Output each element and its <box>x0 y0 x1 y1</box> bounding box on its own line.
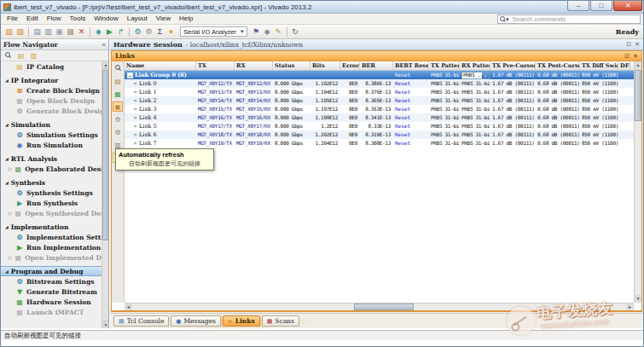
cell-bert_reset[interactable]: Reset <box>393 130 429 139</box>
collapse-sidebar-icon[interactable]: « <box>102 41 106 49</box>
close-links-icon[interactable]: ✕ <box>633 53 638 60</box>
link-row-4[interactable]: ∞Link 4MGT_X0Y16/TXMGT_X0Y16/RX8.000 Gbp… <box>125 113 634 122</box>
link-row-0[interactable]: ∞Link 0MGT_X0Y12/TXMGT_X0Y12/RX8.000 Gbp… <box>125 79 634 88</box>
run-icon[interactable]: ▶ <box>104 26 115 38</box>
vscroll-thumb[interactable] <box>635 70 641 121</box>
sidebar-item-synthesis-settings[interactable]: ⚙Synthesis Settings <box>1 188 102 198</box>
menu-edit[interactable]: Edit <box>22 14 43 24</box>
settings-icon[interactable]: ⚙ <box>143 26 154 38</box>
copy-icon[interactable]: ▣ <box>54 26 65 38</box>
menu-flow[interactable]: Flow <box>43 14 66 24</box>
link-properties-icon[interactable]: ▤ <box>113 76 123 86</box>
sidebar-item-run-implementation[interactable]: ▶Run Implementation <box>1 242 102 252</box>
expand-arrow-icon[interactable]: ▷ <box>9 211 12 216</box>
column-header-tx_pre_cursor[interactable]: TX Pre-Cursor <box>490 61 536 70</box>
sidebar-item-implementation-settings[interactable]: ⚙Implementation Settings <box>1 232 102 242</box>
link-row-5[interactable]: ∞Link 5MGT_X0Y17/TXMGT_X0Y17/RX8.000 Gbp… <box>125 122 634 130</box>
column-header-tx[interactable]: TX <box>196 61 235 70</box>
flow-doc-icon[interactable]: ▤ <box>16 51 26 61</box>
collapse-group-icon[interactable]: – <box>127 72 133 78</box>
expand-arrow-icon[interactable]: ▷ <box>9 166 12 171</box>
elaborate-icon[interactable]: ◈ <box>93 26 104 38</box>
menu-file[interactable]: File <box>3 14 22 24</box>
menu-window[interactable]: Window <box>90 14 122 24</box>
sidebar-item-create-block-design[interactable]: ⊞Create Block Design <box>1 85 102 95</box>
table-vertical-scrollbar[interactable]: ▲ ▼ <box>634 61 641 303</box>
column-header-tx_pattern[interactable]: TX Pattern <box>429 61 460 70</box>
sidebar-item-bitstream-settings[interactable]: ⚙Bitstream Settings <box>1 276 102 286</box>
sidebar-item-generate-bitstream[interactable]: ▼Generate Bitstream <box>1 286 102 297</box>
sidebar-item-hardware-session[interactable]: ▦Hardware Session <box>1 297 102 307</box>
save-icon[interactable]: ▥ <box>43 26 54 38</box>
maximize-button[interactable]: □ <box>590 1 612 11</box>
column-header-status[interactable]: Status <box>273 61 310 70</box>
search-commands-box[interactable]: ▾ Search commands <box>497 14 641 24</box>
step-icon[interactable]: ↱ <box>115 26 126 38</box>
minimize-button[interactable]: – <box>567 1 589 11</box>
delete-icon[interactable]: ✕ <box>76 26 87 38</box>
sidebar-section-simulation[interactable]: ◢Simulation <box>1 119 102 130</box>
cell-bert_reset[interactable]: Reset <box>393 79 429 88</box>
chevron-down-icon[interactable]: ▾ <box>482 72 489 78</box>
sidebar-item-open-elaborated-design[interactable]: ▷▦Open Elaborated Design <box>1 164 102 174</box>
float-panel-icon[interactable]: ⊡ <box>626 41 631 48</box>
column-header-ber[interactable]: BER <box>360 61 393 70</box>
timer-icon[interactable]: ● <box>165 26 177 38</box>
new-project-icon[interactable]: ▨ <box>3 26 15 38</box>
link-settings-icon[interactable]: ⚙ <box>113 127 123 137</box>
scroll-down-icon[interactable]: ▼ <box>635 295 641 303</box>
close-button[interactable]: ✕ <box>613 1 642 11</box>
link-group-icon[interactable]: ▣ <box>113 101 123 112</box>
cell-bert_reset[interactable]: Reset <box>393 88 429 96</box>
sidebar-item-run-synthesis[interactable]: ▶Run Synthesis <box>1 198 102 208</box>
cell-bert_reset[interactable]: Reset <box>393 113 429 122</box>
column-header-dfe[interactable]: DFE En <box>618 61 630 70</box>
hscroll-thumb[interactable] <box>354 304 414 310</box>
link-row-1[interactable]: ∞Link 1MGT_X0Y13/TXMGT_X0Y13/RX8.000 Gbp… <box>125 88 634 96</box>
column-header-name[interactable]: Name <box>125 61 196 70</box>
tab-links[interactable]: ∞Links <box>223 315 260 327</box>
search-links-icon[interactable] <box>113 63 123 73</box>
flag-icon[interactable]: ⚑ <box>251 26 262 38</box>
column-header-rx[interactable]: RX <box>235 61 273 70</box>
menu-tools[interactable]: Tools <box>66 14 90 24</box>
paste-icon[interactable]: ▩ <box>65 26 76 38</box>
scroll-up-icon[interactable]: ▲ <box>635 61 641 69</box>
scroll-up-icon[interactable]: ▲ <box>102 61 109 69</box>
cell-bert_reset[interactable]: Reset <box>393 105 429 113</box>
cell-bert_reset[interactable]: Reset <box>393 139 429 147</box>
sidebar-section-implementation[interactable]: ◢Implementation <box>1 222 102 232</box>
float-links-icon[interactable]: ⊡ <box>624 53 629 60</box>
cell-bert_reset[interactable]: Reset <box>393 96 429 105</box>
link-row-3[interactable]: ∞Link 3MGT_X0Y15/TXMGT_X0Y15/RX8.000 Gbp… <box>125 105 634 113</box>
menu-view[interactable]: View <box>152 14 175 24</box>
scroll-left-icon[interactable]: ◄ <box>125 304 132 310</box>
cell-bert_reset[interactable]: Reset <box>393 122 429 130</box>
sidebar-scroll-thumb[interactable] <box>102 70 109 240</box>
sidebar-section-program-and-debug[interactable]: ◢Program and Debug <box>1 266 102 276</box>
column-header-errors[interactable]: Errors <box>340 61 360 70</box>
expand-arrow-icon[interactable]: ▷ <box>9 255 12 260</box>
analyzer-dropdown[interactable]: Serial I/O Analyzer ▾ <box>180 26 247 37</box>
tab-tcl-console[interactable]: ▤Tcl Console <box>113 315 169 327</box>
sidebar-item-ip-catalog[interactable]: ▤IP Catalog <box>1 61 102 72</box>
sidebar-item-simulation-settings[interactable]: ⚙Simulation Settings <box>1 130 102 140</box>
layout-diamond-icon[interactable]: ◆ <box>262 26 273 38</box>
sidebar-section-rtl-analysis[interactable]: ◢RTL Analysis <box>1 153 102 164</box>
sidebar-item-run-simulation[interactable]: ◉Run Simulation <box>1 140 102 150</box>
table-horizontal-scrollbar[interactable]: ◄ ► <box>125 303 634 310</box>
sidebar-scrollbar[interactable]: ▲ ▼ <box>102 61 108 328</box>
scroll-right-icon[interactable]: ► <box>626 304 634 310</box>
flow-doc2-icon[interactable]: ▥ <box>29 51 38 61</box>
program-device-icon[interactable]: ⚙ <box>132 26 143 38</box>
create-links-icon[interactable]: ▦ <box>113 89 123 99</box>
cell-rx_pattern[interactable]: PRBS ...▾ <box>460 71 490 79</box>
link-row-7[interactable]: ∞Link 7MGT_X0Y19/TXMGT_X0Y19/RX8.000 Gbp… <box>125 139 634 147</box>
search-flow-icon[interactable] <box>3 51 13 61</box>
unlink-icon[interactable]: ⚙ <box>113 114 123 124</box>
tab-messages[interactable]: ●Messages <box>171 315 221 327</box>
link-group-row[interactable]: –Link Group 0 (8)ResetPRBS 31-bitPRBS ..… <box>125 71 634 79</box>
column-header-rx_pattern[interactable]: RX Pattern <box>460 61 490 70</box>
close-panel-icon[interactable]: ✕ <box>635 41 640 48</box>
column-header-bert_reset[interactable]: BERT Reset <box>393 61 429 70</box>
